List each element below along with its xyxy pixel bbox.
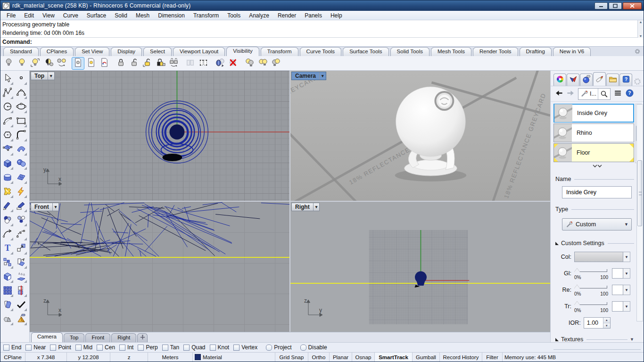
one-layer-on-icon[interactable] (270, 57, 282, 70)
slider-thumb[interactable] (574, 301, 580, 305)
menu-item[interactable]: Tools (223, 11, 245, 20)
box-tool[interactable] (1, 157, 14, 171)
swap-objects-icon[interactable] (214, 57, 226, 70)
close-button[interactable] (623, 2, 642, 9)
chevron-down-icon[interactable]: ▼ (630, 337, 634, 342)
toolbar-tab[interactable]: Transform (261, 47, 298, 56)
sphere-tool[interactable] (15, 157, 28, 171)
status-cell[interactable]: x 7.348 (25, 353, 67, 362)
surface-points-tool[interactable] (1, 143, 14, 156)
texture-swatch[interactable] (612, 301, 623, 312)
lock-swap-icon[interactable] (154, 57, 167, 70)
chevron-down-icon[interactable]: ▾ (48, 72, 54, 80)
status-cell[interactable]: Osnap (352, 353, 375, 362)
material-name-input[interactable] (562, 186, 632, 198)
split-red-tool[interactable] (15, 284, 28, 298)
checkbox-icon[interactable] (75, 345, 82, 351)
toolbar-tab[interactable]: Set View (75, 47, 109, 56)
blend-tool[interactable] (1, 214, 14, 227)
lock-objects-icon[interactable] (115, 57, 127, 70)
forward-button[interactable] (566, 89, 575, 99)
status-cell[interactable]: z (110, 353, 148, 362)
osnap-checkbox[interactable]: Knot (210, 344, 230, 351)
copy-tool[interactable] (1, 256, 14, 270)
rendering-panel-tab[interactable] (567, 74, 579, 86)
toolbar-tab[interactable]: CPlanes (40, 47, 74, 56)
array-tool[interactable] (1, 284, 14, 298)
texture-swatch[interactable] (612, 268, 623, 279)
top-viewport[interactable]: Top▾ y x (30, 71, 289, 201)
menu-item[interactable]: Transform (189, 11, 223, 20)
display-panel-tab[interactable] (553, 74, 566, 86)
right-viewport-menu[interactable]: Right▾ (291, 203, 320, 211)
status-cell[interactable]: Grid Snap (275, 353, 308, 362)
select-tool[interactable] (1, 72, 14, 86)
scrollbar-thumb[interactable] (637, 160, 642, 226)
ior-spinner[interactable]: 1.00 ▲▼ (584, 317, 611, 329)
swap-hidden-icon[interactable] (55, 57, 68, 70)
osnap-checkbox[interactable]: Near (25, 344, 46, 351)
help-panel-tab[interactable]: ? (619, 74, 632, 86)
chevron-down-icon[interactable]: ▼ (623, 252, 630, 262)
osnap-checkbox[interactable]: End (3, 344, 21, 351)
menu-item[interactable]: Help (326, 11, 347, 20)
swap-locked-icon[interactable] (167, 57, 180, 70)
toolbar-tab[interactable]: Solid Tools (390, 47, 429, 56)
cylinder-tool[interactable] (1, 171, 14, 185)
color-swatch[interactable] (574, 252, 623, 262)
checkbox-icon[interactable] (25, 345, 32, 351)
checkbox-icon[interactable] (119, 345, 125, 351)
textures-section-header[interactable]: Textures ▼ (555, 336, 634, 343)
status-cell[interactable]: Meters (148, 353, 193, 362)
chevron-down-icon[interactable]: ▾ (52, 203, 59, 211)
adjust-curve-tool[interactable] (1, 228, 14, 241)
checkbox-icon[interactable] (300, 345, 306, 351)
mesh-surface-tool[interactable] (15, 171, 28, 185)
osnap-checkbox[interactable]: Perp (138, 344, 157, 351)
unhide-all-icon[interactable] (227, 57, 239, 70)
show-selected-icon[interactable] (29, 57, 41, 70)
new-viewport-tab-button[interactable] (137, 333, 148, 342)
match-tool[interactable] (15, 214, 28, 227)
boolean-union-tool[interactable] (1, 270, 14, 284)
material-filter-input[interactable]: I... (578, 89, 598, 99)
menu-item[interactable]: Surface (83, 11, 110, 20)
scroll-down-icon[interactable]: ▼ (639, 34, 643, 38)
menu-item[interactable]: Edit (20, 11, 38, 20)
status-cell[interactable]: SmartTrack (375, 353, 413, 362)
checkbox-icon[interactable] (162, 345, 168, 351)
status-cell[interactable]: Gumball (413, 353, 440, 362)
camera-viewport-menu[interactable]: Camera▾ (291, 72, 326, 80)
checkbox-icon[interactable] (3, 345, 9, 351)
checkbox-icon[interactable] (266, 345, 272, 351)
status-cell[interactable]: y 12.208 (67, 353, 110, 362)
spin-down-icon[interactable]: ▼ (603, 323, 610, 329)
menu-item[interactable]: Dimension (154, 11, 189, 20)
show-layer-objects-icon[interactable] (256, 57, 269, 70)
render-settings-panel-tab[interactable] (580, 74, 593, 86)
viewport-tab[interactable]: Front (85, 333, 110, 342)
toolbar-tab[interactable]: Render Tools (473, 47, 518, 56)
minimize-button[interactable] (594, 2, 608, 9)
chevron-down-icon[interactable]: ▼ (623, 301, 630, 312)
chevron-down-icon[interactable]: ▾ (313, 203, 320, 211)
status-cell[interactable]: Record History (440, 353, 482, 362)
percent-slider[interactable]: 0% 100 (574, 268, 608, 279)
hide-in-detail-icon[interactable] (72, 57, 84, 70)
split-tool[interactable] (15, 199, 28, 213)
material-type-dropdown[interactable]: Custom ▼ (562, 218, 632, 230)
hide-objects-icon[interactable] (2, 57, 15, 70)
material-item[interactable]: Rhino (553, 123, 634, 142)
chevron-down-icon[interactable]: ▾ (319, 72, 326, 80)
surface-bend-tool[interactable] (15, 143, 28, 156)
status-cell[interactable]: Ortho (308, 353, 330, 362)
arc-tool[interactable] (1, 115, 14, 128)
toolbar-tab[interactable]: Visibility (226, 47, 259, 56)
ellipse-tool[interactable] (15, 100, 28, 114)
rebuild-curve-tool[interactable] (15, 228, 28, 241)
toolbar-gear-icon[interactable] (634, 48, 641, 55)
panel-splitter[interactable] (551, 163, 644, 169)
osnap-checkbox[interactable]: Int (119, 344, 133, 351)
menu-item[interactable]: Analyze (245, 11, 273, 20)
show-objects-icon[interactable] (16, 57, 28, 70)
